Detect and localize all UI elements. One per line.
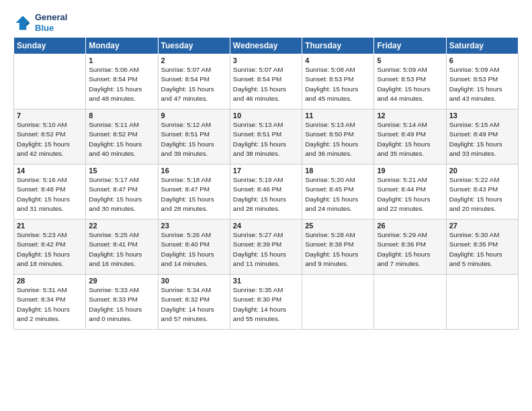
day-number: 14: [17, 167, 83, 175]
day-info: Sunrise: 5:13 AM Sunset: 8:50 PM Dayligh…: [305, 120, 371, 158]
calendar-body: 1Sunrise: 5:06 AM Sunset: 8:54 PM Daylig…: [14, 54, 519, 330]
day-info: Sunrise: 5:35 AM Sunset: 8:30 PM Dayligh…: [233, 285, 299, 324]
calendar-cell: 28Sunrise: 5:31 AM Sunset: 8:34 PM Dayli…: [14, 275, 86, 330]
day-number: 22: [89, 222, 154, 230]
day-info: Sunrise: 5:09 AM Sunset: 8:53 PM Dayligh…: [377, 65, 443, 103]
calendar-cell: 29Sunrise: 5:33 AM Sunset: 8:33 PM Dayli…: [86, 275, 158, 330]
main-container: General Blue SundayMondayTuesdayWednesda…: [0, 0, 532, 336]
day-number: 6: [449, 56, 515, 64]
day-number: 13: [449, 111, 515, 120]
day-number: 3: [233, 56, 299, 64]
day-info: Sunrise: 5:14 AM Sunset: 8:49 PM Dayligh…: [377, 120, 443, 158]
day-info: Sunrise: 5:07 AM Sunset: 8:54 PM Dayligh…: [161, 65, 227, 103]
day-info: Sunrise: 5:09 AM Sunset: 8:53 PM Dayligh…: [449, 65, 515, 103]
day-number: 28: [17, 277, 83, 285]
weekday-header-saturday: Saturday: [446, 38, 518, 54]
calendar-cell: [446, 275, 518, 330]
day-info: Sunrise: 5:30 AM Sunset: 8:35 PM Dayligh…: [449, 230, 515, 269]
day-info: Sunrise: 5:12 AM Sunset: 8:51 PM Dayligh…: [161, 120, 227, 158]
calendar-cell: 27Sunrise: 5:30 AM Sunset: 8:35 PM Dayli…: [446, 220, 518, 275]
header: General Blue: [13, 12, 519, 33]
calendar-cell: 25Sunrise: 5:28 AM Sunset: 8:38 PM Dayli…: [302, 220, 374, 275]
weekday-header-row: SundayMondayTuesdayWednesdayThursdayFrid…: [14, 38, 519, 54]
calendar-cell: 2Sunrise: 5:07 AM Sunset: 8:54 PM Daylig…: [158, 54, 230, 109]
weekday-header-thursday: Thursday: [302, 38, 374, 54]
day-info: Sunrise: 5:13 AM Sunset: 8:51 PM Dayligh…: [233, 120, 299, 158]
calendar-cell: 23Sunrise: 5:26 AM Sunset: 8:40 PM Dayli…: [158, 220, 230, 275]
day-number: 20: [449, 167, 515, 175]
day-number: 10: [233, 111, 299, 120]
logo-text: General Blue: [35, 12, 67, 33]
day-info: Sunrise: 5:10 AM Sunset: 8:52 PM Dayligh…: [17, 120, 83, 158]
day-info: Sunrise: 5:08 AM Sunset: 8:53 PM Dayligh…: [305, 65, 371, 103]
day-info: Sunrise: 5:31 AM Sunset: 8:34 PM Dayligh…: [17, 285, 83, 324]
day-number: 31: [233, 277, 299, 285]
calendar-cell: 12Sunrise: 5:14 AM Sunset: 8:49 PM Dayli…: [374, 109, 446, 165]
day-number: 21: [17, 222, 83, 230]
weekday-header-friday: Friday: [374, 38, 446, 54]
calendar-cell: 17Sunrise: 5:19 AM Sunset: 8:46 PM Dayli…: [230, 165, 302, 220]
day-info: Sunrise: 5:26 AM Sunset: 8:40 PM Dayligh…: [161, 230, 227, 269]
weekday-header-monday: Monday: [86, 38, 158, 54]
day-info: Sunrise: 5:06 AM Sunset: 8:54 PM Dayligh…: [89, 65, 154, 103]
day-number: 5: [377, 56, 443, 64]
day-number: 15: [89, 167, 154, 175]
day-number: 24: [233, 222, 299, 230]
day-number: 8: [89, 111, 154, 120]
logo-icon: [13, 13, 32, 32]
calendar-cell: 22Sunrise: 5:25 AM Sunset: 8:41 PM Dayli…: [86, 220, 158, 275]
calendar-week-row: 1Sunrise: 5:06 AM Sunset: 8:54 PM Daylig…: [14, 54, 519, 109]
calendar-cell: 15Sunrise: 5:17 AM Sunset: 8:47 PM Dayli…: [86, 165, 158, 220]
day-number: 29: [89, 277, 154, 285]
calendar-cell: 3Sunrise: 5:07 AM Sunset: 8:54 PM Daylig…: [230, 54, 302, 109]
calendar-cell: 11Sunrise: 5:13 AM Sunset: 8:50 PM Dayli…: [302, 109, 374, 165]
day-info: Sunrise: 5:21 AM Sunset: 8:44 PM Dayligh…: [377, 175, 443, 214]
day-number: 18: [305, 167, 371, 175]
day-info: Sunrise: 5:17 AM Sunset: 8:47 PM Dayligh…: [89, 175, 154, 214]
weekday-header-sunday: Sunday: [14, 38, 86, 54]
day-info: Sunrise: 5:23 AM Sunset: 8:42 PM Dayligh…: [17, 230, 83, 269]
calendar-cell: 18Sunrise: 5:20 AM Sunset: 8:45 PM Dayli…: [302, 165, 374, 220]
weekday-header-tuesday: Tuesday: [158, 38, 230, 54]
calendar-week-row: 28Sunrise: 5:31 AM Sunset: 8:34 PM Dayli…: [14, 275, 519, 330]
logo: General Blue: [13, 12, 67, 33]
day-number: 19: [377, 167, 443, 175]
calendar-cell: [14, 54, 86, 109]
calendar-cell: 6Sunrise: 5:09 AM Sunset: 8:53 PM Daylig…: [446, 54, 518, 109]
day-number: 11: [305, 111, 371, 120]
day-number: 9: [161, 111, 227, 120]
day-info: Sunrise: 5:16 AM Sunset: 8:48 PM Dayligh…: [17, 175, 83, 214]
day-number: 1: [89, 56, 154, 64]
calendar-cell: 24Sunrise: 5:27 AM Sunset: 8:39 PM Dayli…: [230, 220, 302, 275]
calendar-cell: 7Sunrise: 5:10 AM Sunset: 8:52 PM Daylig…: [14, 109, 86, 165]
calendar-cell: 13Sunrise: 5:15 AM Sunset: 8:49 PM Dayli…: [446, 109, 518, 165]
calendar-cell: [302, 275, 374, 330]
day-number: 12: [377, 111, 443, 120]
svg-marker-1: [26, 23, 30, 26]
calendar-cell: 10Sunrise: 5:13 AM Sunset: 8:51 PM Dayli…: [230, 109, 302, 165]
calendar-cell: 14Sunrise: 5:16 AM Sunset: 8:48 PM Dayli…: [14, 165, 86, 220]
day-info: Sunrise: 5:07 AM Sunset: 8:54 PM Dayligh…: [233, 65, 299, 103]
day-number: 4: [305, 56, 371, 64]
day-number: 17: [233, 167, 299, 175]
calendar-cell: 30Sunrise: 5:34 AM Sunset: 8:32 PM Dayli…: [158, 275, 230, 330]
day-number: 16: [161, 167, 227, 175]
calendar-cell: 19Sunrise: 5:21 AM Sunset: 8:44 PM Dayli…: [374, 165, 446, 220]
calendar-table: SundayMondayTuesdayWednesdayThursdayFrid…: [13, 37, 519, 330]
weekday-header-wednesday: Wednesday: [230, 38, 302, 54]
day-number: 2: [161, 56, 227, 64]
day-number: 27: [449, 222, 515, 230]
calendar-cell: 8Sunrise: 5:11 AM Sunset: 8:52 PM Daylig…: [86, 109, 158, 165]
day-info: Sunrise: 5:27 AM Sunset: 8:39 PM Dayligh…: [233, 230, 299, 269]
calendar-cell: 16Sunrise: 5:18 AM Sunset: 8:47 PM Dayli…: [158, 165, 230, 220]
day-info: Sunrise: 5:29 AM Sunset: 8:36 PM Dayligh…: [377, 230, 443, 269]
day-info: Sunrise: 5:19 AM Sunset: 8:46 PM Dayligh…: [233, 175, 299, 214]
day-info: Sunrise: 5:11 AM Sunset: 8:52 PM Dayligh…: [89, 120, 154, 158]
calendar-week-row: 21Sunrise: 5:23 AM Sunset: 8:42 PM Dayli…: [14, 220, 519, 275]
calendar-cell: 21Sunrise: 5:23 AM Sunset: 8:42 PM Dayli…: [14, 220, 86, 275]
calendar-week-row: 7Sunrise: 5:10 AM Sunset: 8:52 PM Daylig…: [14, 109, 519, 165]
day-info: Sunrise: 5:25 AM Sunset: 8:41 PM Dayligh…: [89, 230, 154, 269]
calendar-cell: 31Sunrise: 5:35 AM Sunset: 8:30 PM Dayli…: [230, 275, 302, 330]
day-info: Sunrise: 5:22 AM Sunset: 8:43 PM Dayligh…: [449, 175, 515, 214]
day-info: Sunrise: 5:20 AM Sunset: 8:45 PM Dayligh…: [305, 175, 371, 214]
